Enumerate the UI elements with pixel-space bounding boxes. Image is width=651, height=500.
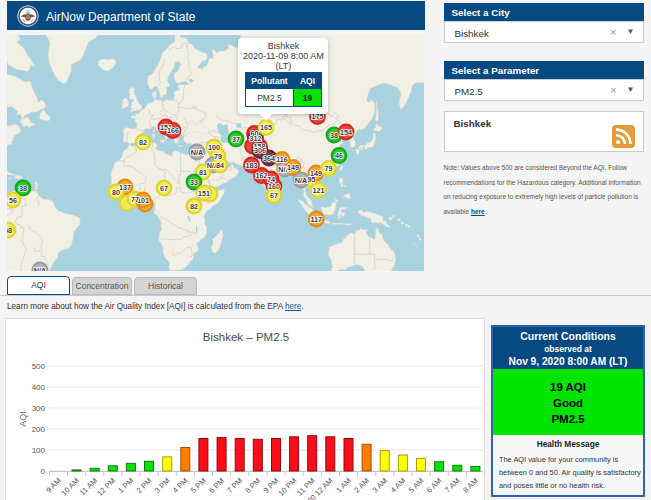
svg-text:46: 46 — [335, 151, 343, 160]
svg-text:37: 37 — [232, 135, 240, 144]
svg-text:121: 121 — [313, 186, 325, 195]
svg-text:N/A: N/A — [295, 176, 307, 185]
svg-text:7 PM: 7 PM — [225, 476, 244, 495]
svg-text:162: 162 — [256, 171, 268, 180]
svg-text:82: 82 — [139, 138, 147, 147]
svg-text:AQI: AQI — [18, 411, 28, 427]
svg-text:38: 38 — [330, 131, 338, 140]
svg-text:137: 137 — [119, 183, 131, 192]
svg-text:3 PM: 3 PM — [153, 476, 172, 495]
svg-text:56: 56 — [9, 196, 17, 205]
svg-text:80: 80 — [112, 188, 120, 197]
svg-text:200: 200 — [32, 425, 46, 434]
svg-text:81: 81 — [199, 168, 207, 177]
svg-text:38: 38 — [19, 184, 27, 193]
svg-text:165: 165 — [260, 123, 272, 132]
svg-text:160: 160 — [268, 182, 280, 191]
svg-text:100: 100 — [208, 143, 220, 152]
svg-text:77: 77 — [131, 195, 139, 204]
svg-text:364: 364 — [263, 154, 275, 163]
svg-text:82: 82 — [190, 202, 198, 211]
svg-text:149: 149 — [310, 169, 322, 178]
svg-text:84: 84 — [216, 161, 224, 170]
svg-text:3 AM: 3 AM — [371, 476, 390, 495]
svg-text:500: 500 — [32, 362, 46, 371]
svg-text:7 AM: 7 AM — [443, 476, 462, 495]
svg-text:67: 67 — [270, 191, 278, 200]
svg-text:300: 300 — [32, 404, 46, 413]
svg-text:8 AM: 8 AM — [461, 476, 480, 495]
svg-text:79: 79 — [214, 152, 222, 161]
svg-text:183: 183 — [246, 161, 258, 170]
svg-text:0: 0 — [41, 467, 46, 476]
svg-text:1 AM: 1 AM — [334, 476, 353, 495]
svg-text:67: 67 — [160, 184, 168, 193]
svg-text:79: 79 — [325, 164, 333, 173]
svg-text:166: 166 — [167, 126, 179, 135]
svg-text:117: 117 — [310, 215, 322, 224]
svg-text:1 PM: 1 PM — [116, 476, 135, 495]
svg-text:33: 33 — [190, 178, 198, 187]
svg-text:2 PM: 2 PM — [135, 476, 154, 495]
svg-text:400: 400 — [32, 383, 46, 392]
svg-text:N/A: N/A — [191, 148, 203, 157]
svg-text:5 AM: 5 AM — [407, 476, 426, 495]
svg-text:12 PM: 12 PM — [95, 476, 117, 498]
svg-text:Bishkek – PM2.5: Bishkek – PM2.5 — [203, 331, 289, 343]
svg-text:149: 149 — [287, 163, 299, 172]
svg-text:100: 100 — [32, 446, 46, 455]
svg-text:58: 58 — [7, 226, 12, 235]
svg-text:4 AM: 4 AM — [389, 476, 408, 495]
svg-text:6 AM: 6 AM — [425, 476, 444, 495]
svg-text:6 PM: 6 PM — [207, 476, 226, 495]
svg-text:8 PM: 8 PM — [243, 476, 262, 495]
svg-text:N/A: N/A — [34, 266, 46, 271]
svg-text:10 AM: 10 AM — [59, 476, 81, 498]
svg-text:5 PM: 5 PM — [189, 476, 208, 495]
svg-text:151: 151 — [198, 189, 210, 198]
svg-text:154: 154 — [340, 128, 352, 137]
svg-text:2 AM: 2 AM — [352, 476, 371, 495]
svg-text:10 PM: 10 PM — [277, 476, 299, 498]
svg-text:4 PM: 4 PM — [171, 476, 190, 495]
svg-text:11 AM: 11 AM — [78, 476, 99, 497]
